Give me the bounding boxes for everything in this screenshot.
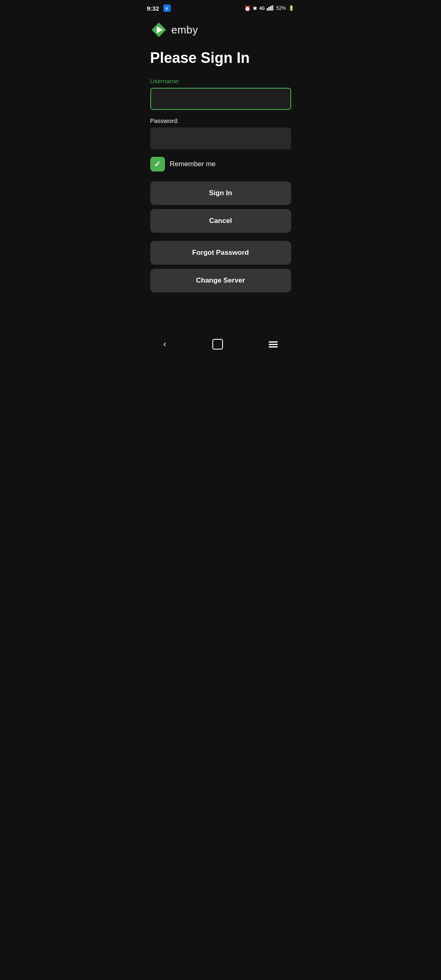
network-icon: 4G [259,6,265,11]
username-input[interactable] [150,88,291,110]
bluetooth-icon: ✱ [253,5,257,11]
checkmark-icon: ✓ [154,160,161,168]
remember-me-row[interactable]: ✓ Remember me [150,157,291,172]
status-time: 9:32 [147,5,159,12]
battery-text: 52% [276,5,286,11]
forgot-password-button[interactable]: Forgot Password [150,241,291,265]
battery-icon: 🔋 [288,5,294,11]
svg-rect-4 [273,5,274,11]
emby-logo-text: emby [172,24,198,36]
status-icons: ⏰ ✱ 4G 52% 🔋 [244,5,294,12]
logo-section: emby [150,21,291,38]
svg-rect-2 [270,6,271,11]
nav-bar: ‹ [140,334,301,356]
alarm-icon: ⏰ [244,5,251,11]
nav-home-button[interactable] [204,336,231,353]
svg-rect-3 [272,5,273,11]
back-icon: ‹ [163,339,166,350]
recents-icon [269,341,278,347]
status-bar: 9:32 e ⏰ ✱ 4G 52% 🔋 [140,0,301,15]
password-label: Password: [150,117,291,124]
sign-in-button[interactable]: Sign In [150,181,291,205]
nav-recents-button[interactable] [261,338,286,351]
svg-rect-1 [268,7,270,11]
username-group: Username: [150,78,291,110]
password-group: Password: [150,117,291,149]
emby-logo-icon [150,21,167,38]
cancel-button[interactable]: Cancel [150,209,291,233]
remember-me-checkbox[interactable]: ✓ [150,157,165,172]
app-notification-icon: e [163,4,171,12]
change-server-button[interactable]: Change Server [150,269,291,292]
remember-me-label: Remember me [170,160,216,168]
page-title: Please Sign In [150,50,291,66]
main-content: emby Please Sign In Username: Password: … [140,15,301,334]
username-label: Username: [150,78,291,85]
home-icon [212,339,223,350]
password-input[interactable] [150,127,291,149]
svg-rect-0 [267,8,268,11]
signal-icon [267,5,274,12]
nav-back-button[interactable]: ‹ [155,336,174,353]
